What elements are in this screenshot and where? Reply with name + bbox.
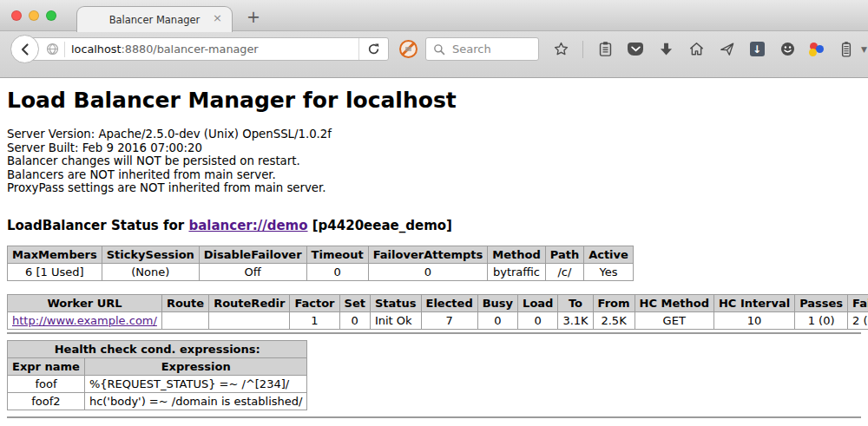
column-header: Load bbox=[518, 294, 558, 311]
column-header: Path bbox=[545, 246, 583, 263]
balancer-status-heading: LoadBalancer Status for balancer://demo … bbox=[7, 218, 861, 233]
search-box[interactable] bbox=[425, 37, 539, 61]
routeredir-cell bbox=[209, 311, 290, 329]
worker-url-cell: http://www.example.com/ bbox=[8, 311, 162, 329]
expression-cell: %{REQUEST_STATUS} =~ /^[234]/ bbox=[84, 375, 307, 392]
url-text[interactable]: localhost:8880/balancer-manager bbox=[71, 43, 358, 56]
new-tab-button[interactable]: + bbox=[247, 7, 260, 26]
elected-cell: 7 bbox=[421, 311, 477, 329]
column-header: Set bbox=[339, 294, 370, 311]
factor-cell: 1 bbox=[290, 311, 339, 329]
expr-name-cell: foof2 bbox=[8, 392, 85, 410]
hc-method-cell: GET bbox=[635, 311, 713, 329]
url-domain: localhost bbox=[71, 43, 121, 56]
url-path: :8880/balancer-manager bbox=[121, 43, 258, 56]
smiley-icon[interactable] bbox=[779, 40, 796, 59]
window-zoom-button[interactable] bbox=[46, 10, 56, 21]
failoverattempts-cell: 0 bbox=[368, 263, 488, 280]
chevron-down-icon[interactable]: ▼ bbox=[861, 45, 867, 54]
active-cell: Yes bbox=[584, 263, 634, 280]
persist-notice-line: Balancer changes will NOT be persisted o… bbox=[7, 154, 861, 168]
toolbar-divider bbox=[582, 41, 583, 58]
set-cell: 0 bbox=[339, 311, 370, 329]
inherit-notice-line: Balancers are NOT inherited from main se… bbox=[7, 168, 861, 182]
passes-cell: 1 (0) bbox=[795, 311, 848, 329]
column-header: Fails bbox=[848, 294, 868, 311]
status-cell: Init Ok bbox=[370, 311, 421, 329]
column-header: Status bbox=[370, 294, 421, 311]
table-row: 6 [1 Used] (None) Off 0 0 bytraffic /c/ … bbox=[8, 263, 634, 280]
worker-url-link[interactable]: http://www.example.com/ bbox=[12, 314, 157, 327]
server-info: Server Version: Apache/2.5.0-dev (Unix) … bbox=[7, 128, 861, 195]
search-input[interactable] bbox=[450, 42, 531, 56]
color-dots-icon[interactable] bbox=[809, 42, 825, 57]
window-controls bbox=[11, 10, 56, 21]
window-minimize-button[interactable] bbox=[29, 10, 39, 21]
home-icon[interactable] bbox=[687, 40, 705, 59]
server-built-line: Server Built: Feb 9 2016 07:00:20 bbox=[7, 141, 861, 155]
status-heading-suffix: [p4420eeae_demo] bbox=[308, 218, 452, 233]
method-cell: bytraffic bbox=[488, 263, 545, 280]
balancer-demo-link[interactable]: balancer://demo bbox=[188, 218, 307, 233]
table-title-row: Health check cond. expressions: bbox=[8, 340, 307, 357]
health-table-title: Health check cond. expressions: bbox=[8, 340, 307, 357]
page-content: Load Balancer Manager for localhost Serv… bbox=[0, 88, 868, 418]
battery-icon[interactable] bbox=[838, 40, 855, 59]
route-cell bbox=[161, 311, 208, 329]
url-bar[interactable]: localhost:8880/balancer-manager bbox=[24, 37, 389, 61]
navigation-toolbar: localhost:8880/balancer-manager bbox=[0, 31, 868, 78]
column-header: HC Interval bbox=[713, 294, 794, 311]
download-arrow-icon[interactable] bbox=[657, 40, 674, 59]
reload-icon bbox=[367, 43, 380, 56]
column-header: Passes bbox=[795, 294, 848, 311]
column-header: Active bbox=[584, 246, 634, 263]
browser-tab[interactable]: Balancer Manager × bbox=[76, 6, 233, 32]
worker-table: Worker URL Route RouteRedir Factor Set S… bbox=[7, 294, 868, 330]
window-close-button[interactable] bbox=[11, 10, 22, 21]
pocket-icon[interactable] bbox=[627, 40, 644, 59]
stickysession-cell: (None) bbox=[102, 263, 199, 280]
timeout-cell: 0 bbox=[306, 263, 368, 280]
table-header-row: Worker URL Route RouteRedir Factor Set S… bbox=[8, 294, 868, 311]
reload-button[interactable] bbox=[358, 38, 388, 60]
toolbar-icons: ↓ ▼ bbox=[552, 40, 868, 59]
column-header: MaxMembers bbox=[8, 246, 102, 263]
disablefailover-cell: Off bbox=[199, 263, 306, 280]
table-header-row: Expr name Expression bbox=[8, 357, 307, 375]
column-header: Expr name bbox=[8, 357, 85, 375]
column-header: StickySession bbox=[102, 246, 199, 263]
balancer-settings-table: MaxMembers StickySession DisableFailover… bbox=[7, 246, 634, 281]
column-header: From bbox=[593, 294, 635, 311]
title-bar: Balancer Manager × + bbox=[0, 0, 868, 31]
back-arrow-icon bbox=[18, 43, 32, 56]
clipboard-icon[interactable] bbox=[596, 40, 614, 59]
column-header: Expression bbox=[84, 357, 307, 375]
to-cell: 3.1K bbox=[558, 311, 593, 329]
from-cell: 2.5K bbox=[593, 311, 635, 329]
bookmark-star-icon[interactable] bbox=[552, 40, 569, 59]
column-header: Worker URL bbox=[8, 294, 162, 311]
worker-row: http://www.example.com/ 1 0 Init Ok 7 0 … bbox=[8, 311, 868, 329]
path-cell: /c/ bbox=[545, 263, 583, 280]
tab-title: Balancer Manager bbox=[109, 14, 201, 26]
fails-cell: 2 (0) bbox=[848, 311, 868, 329]
back-button[interactable] bbox=[10, 35, 39, 63]
column-header: Timeout bbox=[306, 246, 368, 263]
plugin-blocked-icon[interactable] bbox=[399, 40, 418, 58]
page-title: Load Balancer Manager for localhost bbox=[7, 88, 861, 113]
maxmembers-cell: 6 [1 Used] bbox=[8, 263, 102, 280]
url-separator bbox=[64, 42, 65, 57]
expr-name-cell: foof bbox=[8, 375, 85, 392]
divider bbox=[7, 332, 861, 334]
column-header: Factor bbox=[290, 294, 339, 311]
tab-close-icon[interactable]: × bbox=[213, 12, 222, 23]
health-check-table: Health check cond. expressions: Expr nam… bbox=[7, 340, 307, 410]
column-header: DisableFailover bbox=[199, 246, 306, 263]
column-header: To bbox=[558, 294, 593, 311]
column-header: FailoverAttempts bbox=[368, 246, 488, 263]
table-row: foof %{REQUEST_STATUS} =~ /^[234]/ bbox=[8, 375, 307, 392]
column-header: RouteRedir bbox=[209, 294, 290, 311]
boxed-download-icon[interactable]: ↓ bbox=[748, 40, 766, 59]
send-plane-icon[interactable] bbox=[718, 40, 735, 59]
status-heading-prefix: LoadBalancer Status for bbox=[7, 218, 188, 233]
